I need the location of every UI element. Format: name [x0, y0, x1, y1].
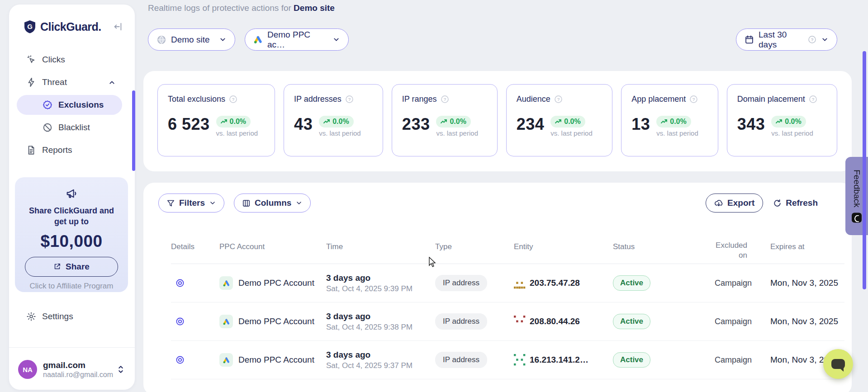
col-header-ppc-account: PPC Account	[219, 240, 326, 251]
stat-card-audience: Audience? 234 0.0% vs. last period	[506, 84, 613, 156]
columns-button[interactable]: Columns	[234, 194, 311, 213]
document-icon	[26, 145, 36, 155]
promo-amount: $10,000	[15, 232, 128, 251]
megaphone-icon	[65, 187, 78, 200]
feedback-label: Feedback	[852, 170, 862, 207]
sidebar-item-clicks[interactable]: Clicks	[9, 48, 135, 71]
help-circle-icon[interactable]: ?	[809, 95, 817, 104]
calendar-icon	[745, 35, 754, 44]
expires-at-value: Mon, Nov 3, 2025	[770, 316, 844, 326]
svg-text:?: ?	[348, 97, 351, 102]
type-chip: IP address	[435, 275, 487, 291]
stat-sub: vs. last period	[436, 129, 478, 137]
trend-badge: 0.0%	[771, 116, 806, 128]
stat-sub: vs. last period	[550, 129, 593, 137]
account-email: naatali.ro@gmail.com	[43, 371, 113, 379]
stat-label: IP addresses	[294, 94, 342, 104]
stat-label: Domain placement	[737, 94, 805, 104]
help-circle-icon[interactable]: ?	[554, 95, 563, 104]
view-details-icon[interactable]	[175, 278, 219, 288]
sidebar-item-exclusions[interactable]: Exclusions	[17, 95, 122, 115]
svg-text:?: ?	[232, 97, 235, 102]
help-circle-icon[interactable]: ?	[229, 95, 237, 104]
col-header-type: Type	[435, 240, 514, 251]
time-relative: 3 days ago	[326, 312, 435, 321]
sidebar-scrollbar-thumb[interactable]	[132, 90, 135, 171]
site-selector[interactable]: Demo site	[148, 28, 235, 51]
excluded-on-value: Campaign	[715, 279, 770, 288]
sidebar-nav: Clicks Threat Exclusions Blacklist	[9, 48, 135, 161]
export-button[interactable]: Export	[706, 194, 763, 213]
svg-text:?: ?	[811, 37, 814, 42]
refresh-button[interactable]: Refresh	[773, 194, 818, 213]
chat-launcher-button[interactable]	[823, 349, 853, 379]
sidebar-item-label: Exclusions	[58, 100, 104, 110]
expires-at-value: Mon, Nov 3, 2025	[770, 278, 844, 288]
trend-up-icon	[441, 119, 447, 124]
status-badge: Active	[613, 275, 650, 291]
google-ads-icon	[219, 315, 233, 328]
sidebar-item-threat[interactable]: Threat	[9, 71, 135, 94]
entity-value: 16.213.141.2…	[530, 355, 588, 365]
stat-sub: vs. last period	[216, 129, 258, 137]
view-details-icon[interactable]	[175, 316, 219, 326]
account-info: gmail.com naatali.ro@gmail.com	[43, 360, 113, 379]
help-circle-icon: ?	[808, 35, 816, 44]
funnel-icon	[166, 199, 175, 208]
sidebar-item-reports[interactable]: Reports	[9, 139, 135, 161]
trend-up-icon	[661, 119, 668, 124]
trend-up-icon	[776, 119, 783, 124]
stat-label: App placement	[631, 94, 686, 104]
chevron-down-icon	[219, 36, 227, 43]
exclusions-table-panel: Filters Columns Export Refresh Details P…	[143, 183, 852, 392]
stat-card-total-exclusions: Total exclusions? 6 523 0.0% vs. last pe…	[157, 84, 275, 156]
stat-sub: vs. last period	[656, 129, 698, 137]
stat-value: 43	[294, 115, 313, 133]
table-row: Demo PPC Account 3 days agoSat, Oct 4, 2…	[171, 264, 844, 302]
app-title: ClickGuard.	[40, 20, 101, 33]
col-header-details: Details	[171, 240, 219, 251]
google-ads-icon	[219, 353, 233, 367]
view-details-icon[interactable]	[175, 355, 219, 365]
lightning-icon	[26, 77, 36, 87]
share-button[interactable]: Share	[25, 257, 118, 277]
date-range-selector[interactable]: Last 30 days ?	[736, 28, 837, 51]
ppc-account-name: Demo PPC Account	[238, 278, 314, 288]
help-circle-icon[interactable]: ?	[345, 95, 354, 104]
col-header-expires-at: Expires at	[770, 240, 844, 251]
chevron-down-icon	[295, 199, 303, 207]
account-switcher[interactable]: NA gmail.com naatali.ro@gmail.com	[9, 354, 135, 384]
gear-icon	[26, 312, 36, 321]
stat-card-domain-placement: Domain placement? 343 0.0% vs. last peri…	[727, 84, 837, 156]
page-scrollbar-thumb[interactable]	[863, 51, 866, 289]
help-circle-icon[interactable]: ?	[689, 95, 698, 104]
logo-row: G ClickGuard.	[9, 5, 135, 33]
trend-up-icon	[555, 119, 562, 124]
stat-label: Audience	[517, 94, 550, 104]
chevron-down-icon	[209, 199, 216, 207]
trend-badge: 0.0%	[436, 116, 470, 128]
chevron-updown-icon	[117, 365, 125, 374]
account-name: gmail.com	[43, 360, 113, 370]
stat-value: 6 523	[168, 115, 210, 133]
trend-badge: 0.0%	[319, 116, 353, 128]
col-header-status: Status	[613, 240, 715, 251]
excluded-on-value: Campaign	[715, 355, 770, 365]
affiliate-promo-card[interactable]: Share ClickGuard and get up to $10,000 S…	[15, 177, 128, 292]
status-badge: Active	[613, 352, 650, 368]
stat-value: 233	[402, 115, 430, 133]
sidebar-item-settings[interactable]: Settings	[9, 305, 135, 328]
sidebar-item-blacklist[interactable]: Blacklist	[9, 116, 135, 139]
ppc-account-selector[interactable]: Demo PPC ac…	[245, 28, 349, 51]
badge-check-icon	[43, 100, 52, 110]
filters-button[interactable]: Filters	[158, 194, 224, 213]
table-row-partial: 3 days ago	[171, 379, 844, 392]
affiliate-link[interactable]: Click to Affiliate Program	[15, 282, 128, 291]
help-circle-icon[interactable]: ?	[441, 95, 449, 104]
chevron-up-icon	[108, 79, 116, 86]
exclusions-table: Details PPC Account Time Type Entity Sta…	[171, 240, 844, 392]
stat-value: 234	[517, 115, 545, 133]
ppc-account-name: Demo PPC Account	[238, 316, 314, 326]
sidebar-collapse-icon[interactable]	[113, 22, 123, 32]
subtitle-site-name: Demo site	[294, 3, 335, 13]
